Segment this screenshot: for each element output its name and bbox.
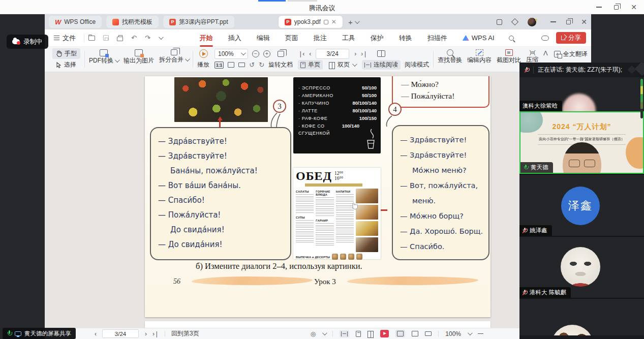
read-mode-label[interactable]: 阅读模式: [405, 60, 429, 69]
tab-ppt[interactable]: P 第3课内容PPT.ppt: [163, 16, 234, 28]
statusbar-fit-page-button[interactable]: [395, 330, 405, 337]
zoom-dropdown[interactable]: 100%: [214, 49, 248, 59]
wps-restore-button[interactable]: [566, 20, 571, 24]
participant-tile-chenyuqi[interactable]: 港科大 陈毓麒: [519, 236, 644, 298]
continuous-read-button[interactable]: 连续阅读: [362, 60, 401, 70]
hand-tool-button[interactable]: 手型: [52, 48, 80, 59]
statusbar-double-page-icon[interactable]: [367, 331, 374, 337]
menu-file[interactable]: 文件: [50, 32, 80, 45]
rotate-doc-label[interactable]: 旋转文档: [268, 60, 293, 69]
participant-tile-partial[interactable]: [519, 298, 644, 335]
tab-pin-icon[interactable]: [324, 20, 328, 24]
sidebar-scrollbar[interactable]: [640, 79, 643, 118]
first-page-button[interactable]: ❘‹: [298, 50, 304, 57]
menu-edit[interactable]: 编辑: [256, 32, 271, 45]
statusbar-continuous-button[interactable]: [340, 330, 349, 337]
last-page-button[interactable]: ›❘: [361, 50, 367, 57]
menu-scan[interactable]: 扫描件: [426, 32, 448, 45]
fit-width-icon[interactable]: [238, 63, 245, 67]
edit-content-button[interactable]: 编辑内容: [465, 48, 494, 66]
redo-icon[interactable]: ↷: [145, 34, 150, 42]
meeting-maximize-button[interactable]: [614, 5, 619, 10]
prev-page-button[interactable]: ‹: [309, 50, 311, 57]
open-file-icon[interactable]: [88, 36, 95, 41]
rotate-right-icon[interactable]: ↻: [259, 61, 264, 69]
participant-tile-huangtiande-active[interactable]: 2024 “万人计划” 面向小语种专业的“一带一路”国家暑期研修班（俄语） 黄天…: [519, 111, 644, 174]
single-page-button[interactable]: 单页: [298, 60, 323, 70]
fit-page-icon[interactable]: [228, 62, 234, 68]
read-aloud-button[interactable]: Λ: [541, 48, 550, 58]
find-replace-button[interactable]: 查找替换: [435, 48, 465, 66]
service-cloud-icon[interactable]: [541, 36, 549, 41]
menu-convert[interactable]: 转换: [398, 32, 413, 45]
meeting-minimize-button[interactable]: [596, 7, 602, 8]
share-button[interactable]: 分享: [556, 32, 586, 44]
statusbar-prev-page-button[interactable]: ‹: [95, 330, 96, 337]
menu-home[interactable]: 开始: [199, 32, 214, 45]
quickbar-chevron-icon[interactable]: [159, 35, 164, 40]
statusbar-play-button[interactable]: [380, 330, 389, 337]
zoom-in-icon[interactable]: +: [263, 50, 270, 57]
screen-share-badge[interactable]: 黄天德的屏幕共享: [3, 328, 76, 339]
statusbar-fit-width-icon[interactable]: [425, 331, 432, 336]
page-jump-icon[interactable]: [278, 51, 284, 57]
menu-item: ЛАТТЕ: [298, 108, 318, 115]
chevron-down-icon[interactable]: [468, 330, 473, 335]
menu-tools[interactable]: 工具: [341, 32, 356, 45]
tab-pdf-active[interactable]: P ypok3.pdf ✕: [279, 16, 343, 28]
mic-slash: [522, 228, 527, 233]
pdf-document-area[interactable]: ЭСПРЕССО50/100 АМЕРИКАНО50/100 КАПУЧИНО8…: [45, 72, 591, 328]
translate-button[interactable]: A 全文翻译: [550, 49, 591, 59]
statusbar-page-input[interactable]: [102, 329, 139, 338]
wps-account-avatar[interactable]: [528, 18, 536, 26]
menu-item: КАПУЧИНО: [298, 100, 329, 107]
view-options-icon[interactable]: ◎: [311, 330, 316, 337]
print-icon[interactable]: [117, 37, 123, 41]
chevron-down-icon[interactable]: [322, 330, 327, 335]
split-merge-button[interactable]: 拆分合并: [157, 48, 191, 65]
zoom-out-button[interactable]: [478, 333, 483, 334]
read-mode-icon[interactable]: [377, 50, 385, 57]
wps-close-button[interactable]: ✕: [581, 18, 587, 25]
statusbar-last-page-button[interactable]: ›❘: [152, 330, 159, 337]
divider: [84, 51, 85, 68]
tab-wps-home[interactable]: W WPS Office: [49, 16, 102, 28]
menu-protect[interactable]: 保护: [370, 32, 385, 45]
wps-minimize-button[interactable]: [550, 21, 556, 22]
menu-search-icon[interactable]: [509, 36, 514, 41]
window-mode-icon[interactable]: [497, 19, 502, 25]
next-page-button[interactable]: ›: [354, 50, 356, 57]
meeting-tab-indicator-active[interactable]: [258, 0, 286, 2]
rotate-left-icon[interactable]: ↺: [249, 61, 255, 69]
statusbar-zoom-value[interactable]: 100%: [445, 330, 461, 337]
tab-list-chevron-icon[interactable]: [355, 19, 360, 24]
select-tool-button[interactable]: 选择: [52, 59, 80, 70]
meeting-close-button[interactable]: ✕: [631, 4, 637, 11]
meeting-tab-indicator-inactive[interactable]: [288, 0, 317, 2]
menu-wps-ai[interactable]: WPS AI: [462, 32, 496, 44]
page-number-input[interactable]: [316, 49, 349, 59]
workspace-icon[interactable]: [511, 18, 518, 25]
play-button[interactable]: 播放: [195, 48, 212, 70]
statusbar-fullscreen-icon[interactable]: [412, 331, 418, 336]
save-icon[interactable]: [103, 35, 109, 41]
actual-size-button[interactable]: 1:1: [214, 61, 224, 69]
menu-annotate[interactable]: 批注: [313, 32, 328, 45]
participant-tile-yaozexin[interactable]: 泽鑫 姚泽鑫: [519, 174, 644, 236]
double-page-button[interactable]: 双页: [327, 60, 358, 70]
back-to-page-button[interactable]: 回到第3页: [171, 329, 199, 338]
participant-tile-xuzihan[interactable]: 澳科大徐紫晗: [519, 77, 644, 111]
export-image-button[interactable]: 输出为图片: [121, 48, 157, 66]
tab-close-icon[interactable]: ✕: [331, 19, 336, 25]
menu-page[interactable]: 页面: [284, 32, 299, 45]
zoom-out-icon[interactable]: −: [252, 50, 259, 57]
statusbar-next-page-button[interactable]: ›: [145, 330, 146, 337]
mic-muted-icon[interactable]: [525, 67, 529, 73]
undo-icon[interactable]: ↶: [131, 34, 137, 42]
pdf-convert-button[interactable]: PDF转换: [86, 48, 121, 66]
tab-docer[interactable]: 找稻壳模板: [106, 16, 159, 28]
new-tab-button[interactable]: +: [348, 18, 353, 26]
recording-badge[interactable]: 录制中: [7, 35, 48, 49]
statusbar-single-page-icon[interactable]: [356, 331, 361, 337]
menu-insert[interactable]: 插入: [227, 32, 242, 45]
